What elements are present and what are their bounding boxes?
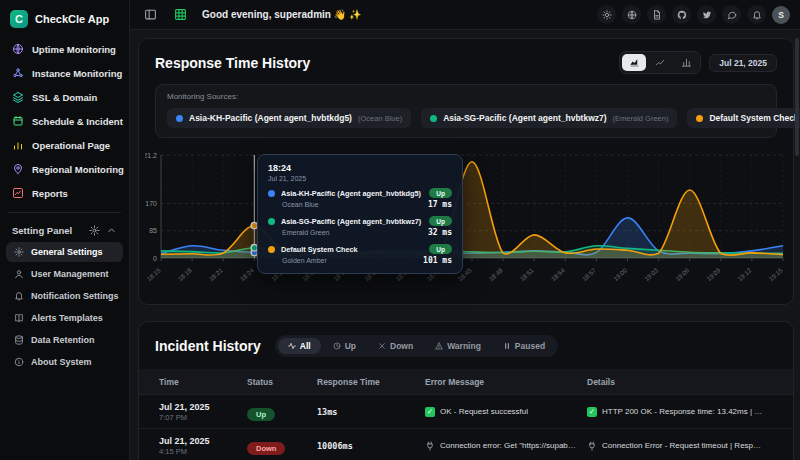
sidebar-item-ssl-domain[interactable]: SSL & Domain bbox=[6, 86, 123, 108]
sidebar-toggle-button[interactable] bbox=[140, 5, 160, 25]
tooltip-source-name: Asia-KH-Pacific (Agent agent_hvbtkdg5) bbox=[281, 189, 423, 198]
trend-icon bbox=[12, 187, 24, 199]
pause-icon bbox=[503, 342, 511, 350]
svg-text:19:12: 19:12 bbox=[736, 266, 753, 282]
sidebar-item-about-system[interactable]: About System bbox=[6, 352, 123, 372]
filter-label: Paused bbox=[515, 341, 545, 351]
bar-chart-toggle-button[interactable] bbox=[674, 54, 698, 71]
avatar[interactable]: S bbox=[772, 6, 790, 24]
bar-chart-icon bbox=[681, 57, 692, 68]
check-icon: ✓ bbox=[587, 407, 597, 417]
table-row[interactable]: Jul 21, 2025 7:07 PM Up 13ms ✓ OK - Requ… bbox=[139, 394, 793, 428]
incident-filters: All Up Down Warning Paused bbox=[275, 335, 558, 357]
bell-icon bbox=[14, 291, 24, 301]
greeting-text: Good evening, superadmin 👋 ✨ bbox=[202, 9, 361, 20]
source-chip[interactable]: Asia-KH-Pacific (Agent agent_hvbtkdg5) (… bbox=[167, 108, 411, 128]
source-chip[interactable]: Asia-SG-Pacific (Agent agent_hvbtkwz7) (… bbox=[421, 108, 677, 128]
column-header-response-time: Response Time bbox=[317, 377, 425, 387]
bell-icon bbox=[752, 10, 762, 20]
sidebar-item-instance-monitoring[interactable]: Instance Monitoring bbox=[6, 62, 123, 84]
status-badge: Up bbox=[429, 188, 452, 198]
sidebar-item-alerts-templates[interactable]: Alerts Templates bbox=[6, 308, 123, 328]
filter-paused-button[interactable]: Paused bbox=[493, 338, 555, 354]
table-row[interactable]: Jul 21, 2025 4:15 PM Down 10006ms Connec… bbox=[139, 428, 793, 460]
filter-warning-button[interactable]: Warning bbox=[425, 338, 491, 354]
source-chip[interactable]: Default System Check (Golden Amber) bbox=[687, 108, 800, 128]
sidebar-item-label: General Settings bbox=[31, 247, 103, 257]
language-button[interactable] bbox=[622, 5, 641, 24]
sidebar-item-notification-settings[interactable]: Notification Settings bbox=[6, 286, 123, 306]
theme-toggle-button[interactable] bbox=[597, 5, 616, 24]
response-card-title: Response Time History bbox=[155, 55, 310, 71]
svg-text:321.2: 321.2 bbox=[145, 152, 157, 159]
color-dot bbox=[268, 190, 275, 197]
filter-label: Up bbox=[345, 341, 356, 351]
docs-button[interactable] bbox=[647, 5, 666, 24]
row-time: 4:15 PM bbox=[159, 447, 247, 456]
scrollbar[interactable] bbox=[795, 38, 799, 156]
sidebar-item-label: Regional Monitoring bbox=[32, 164, 124, 175]
date-picker[interactable]: Jul 21, 2025 bbox=[709, 54, 777, 72]
gear-icon bbox=[14, 247, 24, 257]
sidebar-item-operational-page[interactable]: Operational Page bbox=[6, 134, 123, 156]
twitter-button[interactable] bbox=[697, 5, 716, 24]
color-dot bbox=[430, 115, 437, 122]
sidebar-item-uptime-monitoring[interactable]: Uptime Monitoring bbox=[6, 38, 123, 60]
sidebar-item-reports[interactable]: Reports bbox=[6, 182, 123, 204]
svg-text:19:06: 19:06 bbox=[674, 266, 691, 282]
grid-view-button[interactable] bbox=[170, 5, 190, 25]
sidebar-item-data-retention[interactable]: Data Retention bbox=[6, 330, 123, 350]
source-color-name: (Ocean Blue) bbox=[358, 114, 402, 123]
tooltip-value: 101 ms bbox=[423, 256, 452, 265]
row-response-time: 13ms bbox=[317, 407, 425, 417]
svg-text:0: 0 bbox=[153, 255, 157, 262]
sidebar-item-user-management[interactable]: User Management bbox=[6, 264, 123, 284]
color-dot bbox=[176, 115, 183, 122]
info-icon bbox=[14, 357, 24, 367]
sidebar: C CheckCle App Uptime Monitoring Instanc… bbox=[0, 0, 130, 460]
line-chart-toggle-button[interactable] bbox=[648, 54, 672, 71]
calendar-icon bbox=[12, 115, 24, 127]
line-chart-icon bbox=[655, 57, 666, 68]
svg-text:18:57: 18:57 bbox=[581, 266, 598, 282]
sidebar-divider bbox=[8, 212, 121, 213]
book-icon bbox=[14, 313, 24, 323]
source-name: Default System Check bbox=[709, 113, 798, 123]
tooltip-value: 17 ms bbox=[428, 200, 452, 209]
svg-text:19:03: 19:03 bbox=[643, 266, 660, 282]
tooltip-color-name: Ocean Blue bbox=[282, 201, 428, 208]
notifications-button[interactable] bbox=[747, 5, 766, 24]
chart-canvas[interactable]: 085170321.218:1518:1818:2118:2418:2718:3… bbox=[145, 148, 793, 300]
app-logo[interactable]: C CheckCle App bbox=[6, 8, 123, 38]
setting-panel-header[interactable]: Setting Panel bbox=[6, 221, 123, 242]
sun-icon bbox=[602, 10, 612, 20]
filter-all-button[interactable]: All bbox=[278, 338, 321, 354]
sidebar-item-general-settings[interactable]: General Settings bbox=[6, 242, 123, 262]
filter-up-button[interactable]: Up bbox=[323, 338, 366, 354]
svg-text:170: 170 bbox=[145, 200, 157, 207]
tooltip-source-name: Default System Check bbox=[281, 245, 423, 254]
tooltip-source-name: Asia-SG-Pacific (Agent agent_hvbtkwz7) bbox=[281, 217, 423, 226]
incident-card-title: Incident History bbox=[155, 338, 261, 354]
header-actions: S bbox=[597, 5, 790, 24]
sidebar-item-label: Notification Settings bbox=[31, 291, 119, 301]
tooltip-time: 18:24 bbox=[268, 163, 452, 173]
sidebar-item-regional-monitoring[interactable]: Regional Monitoring bbox=[6, 158, 123, 180]
chart-tooltip: 18:24 Jul 21, 2025 Asia-KH-Pacific (Agen… bbox=[257, 154, 463, 274]
github-button[interactable] bbox=[672, 5, 691, 24]
column-header-error-message: Error Message bbox=[425, 377, 587, 387]
row-details: HTTP 200 OK - Response time: 13.42ms | C… bbox=[602, 407, 763, 416]
status-badge: Up bbox=[429, 216, 452, 226]
panel-left-icon bbox=[144, 8, 157, 21]
status-badge: Up bbox=[429, 244, 452, 254]
sidebar-item-schedule-incident[interactable]: Schedule & Incident bbox=[6, 110, 123, 132]
chat-button[interactable] bbox=[722, 5, 741, 24]
plug-icon bbox=[425, 441, 435, 451]
filter-down-button[interactable]: Down bbox=[368, 338, 423, 354]
area-chart-toggle-button[interactable] bbox=[622, 54, 646, 71]
row-response-time: 10006ms bbox=[317, 441, 425, 451]
sidebar-item-label: Data Retention bbox=[31, 335, 95, 345]
tooltip-color-name: Golden Amber bbox=[282, 257, 423, 264]
column-header-status: Status bbox=[247, 377, 317, 387]
response-time-chart[interactable]: 085170321.218:1518:1818:2118:2418:2718:3… bbox=[145, 148, 777, 300]
